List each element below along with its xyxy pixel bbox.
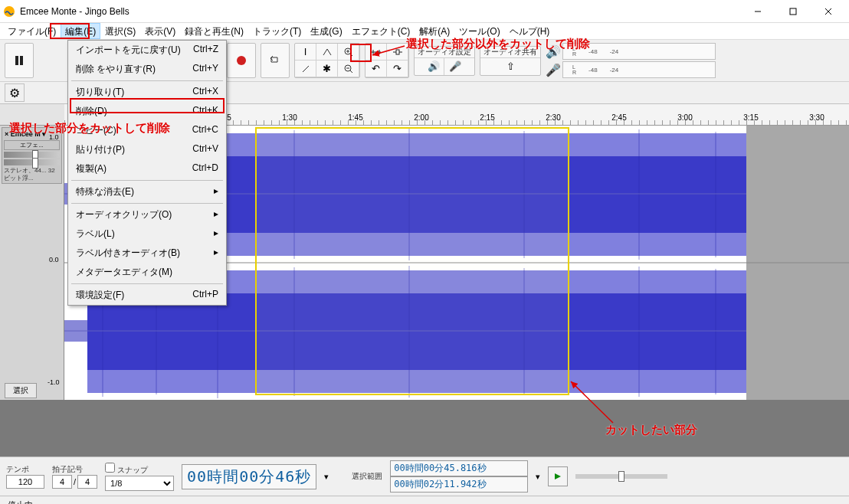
menu-duplicate[interactable]: 複製(A)Ctrl+D (68, 159, 226, 178)
menu-cut[interactable]: 切り取り(T)Ctrl+X (68, 83, 226, 102)
envelope-tool-icon[interactable] (316, 44, 338, 61)
close-button[interactable] (811, 0, 846, 23)
time-display[interactable]: 00時間00分46秒 (182, 464, 316, 489)
empty-track-area (0, 400, 849, 457)
audio-share-label: オーディオ共有 (480, 47, 540, 58)
silence-selection-icon[interactable] (387, 44, 408, 61)
minimize-button[interactable] (740, 0, 775, 23)
status-bar: 停止中。 (0, 496, 849, 504)
draw-tool-icon[interactable] (295, 61, 316, 77)
bottom-toolbar: テンポ 拍子記号 / スナップ 1/8 00時間00分46秒 ▾ 選択範囲 00… (0, 457, 849, 496)
multi-tool-icon[interactable]: ✱ (316, 61, 338, 77)
menu-copy[interactable]: コピー(C)Ctrl+C (68, 121, 226, 140)
zoom-in-icon[interactable] (338, 44, 359, 61)
zoom-out-icon[interactable] (338, 61, 359, 77)
menu-audio-clips[interactable]: オーディオクリップ(O) (68, 205, 226, 224)
menu-delete[interactable]: 削除(D)Ctrl+K (68, 102, 226, 121)
speaker-icon[interactable]: 🔊 (423, 58, 444, 75)
loop-button[interactable] (261, 44, 289, 77)
playback-meter[interactable]: LR -48-24 (562, 43, 716, 60)
menu-undo[interactable]: インポートを元に戻す(U)Ctrl+Z (68, 41, 226, 60)
menu-redo[interactable]: 削除 をやり直す(R)Ctrl+Y (68, 60, 226, 79)
maximize-button[interactable] (775, 0, 811, 23)
svg-rect-5 (15, 56, 18, 65)
timesig-den-input[interactable] (77, 475, 97, 489)
record-meter[interactable]: LR -48-24 (562, 61, 716, 78)
gain-slider[interactable] (4, 152, 60, 158)
pause-button[interactable] (5, 44, 33, 77)
menu-preferences[interactable]: 環境設定(F)Ctrl+P (68, 286, 226, 305)
menu-file[interactable]: ファイル(F) (3, 23, 61, 39)
snap-checkbox[interactable] (105, 463, 115, 473)
svg-point-7 (237, 56, 246, 65)
speed-slider[interactable] (575, 474, 667, 479)
selection-tool-icon[interactable]: I (295, 44, 316, 61)
app-logo-icon (3, 5, 15, 18)
svg-line-9 (350, 54, 352, 56)
menu-metadata[interactable]: メタデータエディタ(M) (68, 263, 226, 282)
select-track-button[interactable]: 選択 (5, 383, 37, 398)
timesig-num-input[interactable] (52, 475, 72, 489)
mic-meter-icon: 🎤 (546, 63, 561, 77)
menu-labels[interactable]: ラベル(L) (68, 224, 226, 244)
speaker-meter-icon: 🔊 (546, 44, 561, 59)
svg-line-13 (350, 70, 352, 73)
trim-outside-icon[interactable] (365, 44, 387, 61)
selection-end[interactable]: 00時間02分11.942秒 (390, 476, 528, 493)
menu-tools[interactable]: ツール(O) (454, 23, 504, 39)
tempo-input[interactable] (6, 475, 44, 489)
menu-bar: ファイル(F) 編集(E) 選択(S) 表示(V) 録音と再生(N) トラック(… (0, 23, 849, 40)
svg-rect-15 (396, 50, 399, 54)
undo-icon[interactable]: ↶ (365, 61, 387, 77)
svg-marker-45 (555, 473, 561, 479)
menu-generate[interactable]: 生成(G) (306, 23, 346, 39)
menu-help[interactable]: ヘルプ(H) (505, 23, 555, 39)
selection-start[interactable]: 00時間00分45.816秒 (390, 460, 528, 476)
svg-point-0 (4, 6, 15, 17)
redo-icon[interactable]: ↷ (387, 61, 408, 77)
svg-rect-6 (20, 56, 23, 65)
menu-analyze[interactable]: 解析(A) (415, 23, 454, 39)
mic-icon[interactable]: 🎤 (444, 58, 466, 75)
record-button[interactable] (228, 44, 255, 77)
pan-slider[interactable] (4, 159, 60, 165)
snap-select[interactable]: 1/8 (105, 476, 174, 491)
menu-view[interactable]: 表示(V) (140, 23, 180, 39)
menu-select[interactable]: 選択(S) (100, 23, 140, 39)
menu-effect[interactable]: エフェクト(C) (347, 23, 415, 39)
svg-rect-2 (790, 8, 796, 15)
menu-special-remove[interactable]: 特殊な消去(E) (68, 182, 226, 201)
window-title: Emcee Monte - Jingo Bells (20, 6, 740, 17)
share-icon[interactable]: ⇧ (500, 58, 521, 75)
menu-labeled-audio[interactable]: ラベル付きオーディオ(B) (68, 244, 226, 263)
title-bar: Emcee Monte - Jingo Bells (0, 0, 849, 23)
menu-paste[interactable]: 貼り付け(P)Ctrl+V (68, 140, 226, 159)
audio-settings-label: オーディオ設定 (415, 47, 474, 58)
play-at-speed-button[interactable] (548, 466, 568, 486)
menu-edit[interactable]: 編集(E) (61, 23, 100, 39)
edit-menu-dropdown: インポートを元に戻す(U)Ctrl+Z 削除 をやり直す(R)Ctrl+Y 切り… (67, 40, 227, 306)
track-panel: × Emcee M ▾ エフェ... ステレオ、44... 32 ビット浮...… (0, 126, 64, 400)
menu-transport[interactable]: 録音と再生(N) (180, 23, 248, 39)
settings-icon[interactable]: ⚙ (5, 83, 25, 102)
menu-tracks[interactable]: トラック(T) (248, 23, 306, 39)
